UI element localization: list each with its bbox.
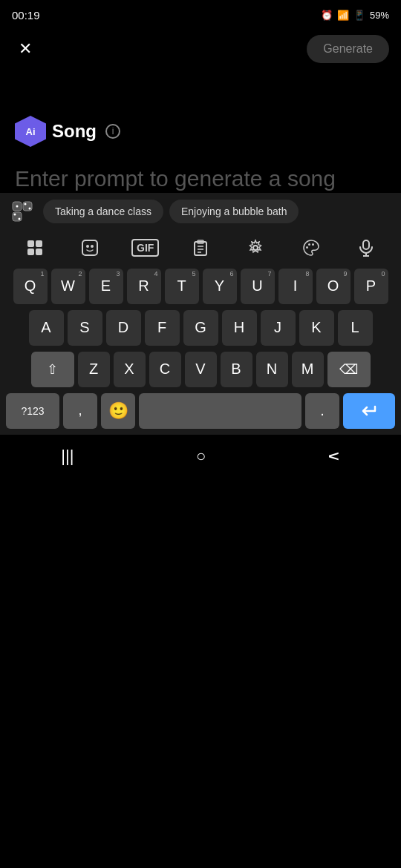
key-p-number: 0	[381, 270, 385, 277]
key-r-letter: R	[138, 277, 149, 295]
svg-point-23	[306, 246, 308, 249]
key-q-letter: Q	[25, 277, 36, 295]
grid-icon[interactable]	[20, 234, 50, 261]
status-time: 00:19	[12, 9, 40, 22]
suggestions-bar: Taking a dance class Enjoying a bubble b…	[0, 193, 401, 230]
key-l[interactable]: L	[338, 310, 373, 346]
keyboard: 1 Q 2 W 3 E 4 R 5 T 6 Y 7 U 8 I	[0, 266, 401, 435]
info-icon[interactable]: i	[105, 124, 120, 139]
keyboard-toolbar: GIF	[0, 230, 401, 266]
return-key[interactable]	[343, 393, 395, 429]
key-g[interactable]: G	[183, 310, 218, 346]
home-nav-icon[interactable]: ○	[196, 447, 206, 466]
recents-nav-icon[interactable]: |||	[61, 447, 74, 466]
backspace-icon: ⌫	[339, 361, 358, 378]
key-y-letter: Y	[215, 277, 224, 295]
settings-icon[interactable]	[241, 234, 270, 261]
svg-rect-4	[23, 202, 32, 211]
svg-point-8	[14, 213, 16, 215]
sticker-icon[interactable]	[75, 234, 105, 261]
svg-rect-11	[36, 240, 42, 247]
backspace-key[interactable]: ⌫	[327, 352, 371, 387]
wifi-icon: 📶	[337, 10, 349, 21]
key-o-letter: O	[327, 277, 339, 295]
key-n[interactable]: N	[256, 352, 288, 387]
key-d[interactable]: D	[106, 310, 141, 346]
key-f[interactable]: F	[145, 310, 180, 346]
mic-svg	[358, 239, 374, 257]
svg-point-25	[312, 243, 314, 246]
key-q-number: 1	[40, 270, 44, 277]
svg-rect-10	[27, 240, 34, 247]
prompt-area[interactable]: Enter prompt to generate a song	[0, 165, 401, 193]
key-s[interactable]: S	[68, 310, 102, 346]
key-z[interactable]: Z	[78, 352, 110, 387]
key-p-letter: P	[366, 277, 376, 295]
key-v[interactable]: V	[185, 352, 217, 387]
key-i-number: 8	[305, 270, 309, 277]
key-e[interactable]: 3 E	[89, 269, 123, 304]
dice-svg	[11, 200, 33, 223]
period-key[interactable]: .	[305, 393, 339, 429]
close-button[interactable]: ✕	[12, 36, 39, 62]
svg-point-3	[16, 205, 19, 207]
settings-svg	[247, 239, 264, 257]
palette-icon[interactable]	[296, 234, 326, 261]
key-row-2: A S D F G H J K L	[0, 307, 401, 349]
key-h[interactable]: H	[222, 310, 257, 346]
key-j[interactable]: J	[261, 310, 296, 346]
key-y[interactable]: 6 Y	[203, 269, 237, 304]
key-c[interactable]: C	[149, 352, 181, 387]
clipboard-svg	[192, 239, 209, 257]
key-q[interactable]: 1 Q	[13, 269, 48, 304]
key-r-number: 4	[154, 270, 157, 277]
suggestion-chip-1[interactable]: Taking a dance class	[43, 200, 163, 223]
key-o[interactable]: 9 O	[316, 269, 351, 304]
sticker-svg	[81, 239, 99, 257]
key-u-number: 7	[267, 270, 271, 277]
space-key[interactable]	[139, 393, 301, 429]
comma-key[interactable]: ,	[63, 393, 97, 429]
suggestion-chip-2[interactable]: Enjoying a bubble bath	[169, 200, 299, 223]
key-k[interactable]: K	[299, 310, 334, 346]
key-a[interactable]: A	[29, 310, 64, 346]
key-m[interactable]: M	[292, 352, 324, 387]
svg-point-6	[29, 207, 31, 209]
key-b[interactable]: B	[221, 352, 252, 387]
key-x[interactable]: X	[114, 352, 146, 387]
symbols-label: ?123	[21, 405, 44, 417]
svg-rect-13	[36, 249, 42, 255]
key-t[interactable]: 5 T	[165, 269, 199, 304]
key-r[interactable]: 4 R	[127, 269, 161, 304]
prompt-placeholder: Enter prompt to generate a song	[15, 165, 386, 193]
palette-svg	[302, 239, 320, 257]
svg-point-24	[308, 243, 310, 246]
shift-key[interactable]: ⇧	[31, 352, 74, 387]
key-w[interactable]: 2 W	[51, 269, 85, 304]
close-icon: ✕	[19, 39, 32, 59]
ai-song-header: Ai Song i	[0, 116, 401, 147]
key-i-letter: I	[293, 277, 298, 295]
alarm-icon: ⏰	[321, 10, 333, 21]
key-e-letter: E	[101, 277, 111, 295]
symbols-key[interactable]: ?123	[6, 393, 59, 429]
emoji-icon: 🙂	[108, 401, 128, 421]
gif-button[interactable]: GIF	[131, 234, 160, 261]
key-u[interactable]: 7 U	[241, 269, 275, 304]
key-i[interactable]: 8 I	[278, 269, 313, 304]
generate-button[interactable]: Generate	[307, 35, 389, 63]
clipboard-icon[interactable]	[186, 234, 215, 261]
key-row-bottom: ?123 , 🙂 .	[0, 390, 401, 432]
microphone-icon[interactable]	[351, 234, 381, 261]
back-nav-icon[interactable]: ∨	[325, 450, 344, 462]
svg-rect-12	[27, 249, 34, 255]
header: ✕ Generate	[0, 27, 401, 71]
key-e-number: 3	[116, 270, 120, 277]
key-o-number: 9	[343, 270, 347, 277]
key-t-number: 5	[192, 270, 195, 277]
status-bar: 00:19 ⏰ 📶 📱 59%	[0, 0, 401, 27]
key-p[interactable]: 0 P	[354, 269, 388, 304]
ai-logo: Ai	[15, 116, 46, 147]
comma-label: ,	[78, 403, 82, 418]
emoji-key[interactable]: 🙂	[101, 393, 135, 429]
